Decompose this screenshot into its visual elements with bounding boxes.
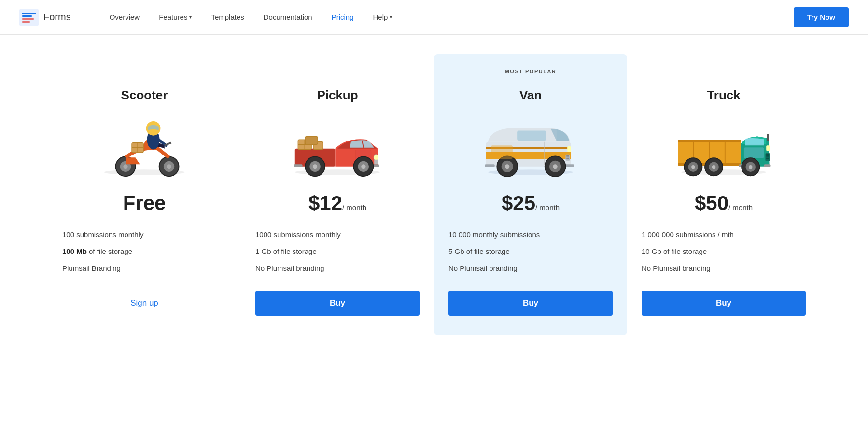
svg-rect-1	[22, 13, 36, 14]
svg-point-57	[553, 164, 557, 169]
plan-name-truck: Truck	[707, 88, 740, 103]
van-image	[477, 113, 584, 180]
plan-price-truck: $50/ month	[695, 192, 753, 215]
nav-overview[interactable]: Overview	[100, 0, 150, 35]
navbar: Forms Overview Features ▾ Templates Docu…	[0, 0, 868, 35]
nav-help[interactable]: Help ▾	[364, 0, 402, 35]
svg-point-8	[123, 164, 127, 169]
plan-price-scooter: Free	[123, 192, 166, 215]
svg-rect-49	[566, 158, 569, 159]
feature-item: 1 Gb of file storage	[255, 246, 420, 256]
scooter-svg	[94, 115, 195, 178]
svg-rect-71	[766, 156, 769, 157]
logo[interactable]: Forms	[19, 9, 71, 26]
nav-documentation[interactable]: Documentation	[254, 0, 322, 35]
most-popular-badge-van: MOST POPULAR	[505, 69, 557, 78]
svg-rect-50	[485, 164, 494, 167]
plan-scooter: MOST POPULAR Scooter	[48, 54, 241, 335]
svg-rect-37	[305, 137, 318, 145]
svg-point-78	[691, 165, 695, 169]
svg-point-32	[361, 164, 365, 169]
svg-rect-48	[566, 156, 569, 157]
plan-action-truck: Buy	[642, 291, 806, 316]
plan-name-pickup: Pickup	[317, 88, 358, 103]
plan-price-pickup: $12/ month	[308, 192, 366, 215]
truck-image	[671, 113, 777, 180]
feature-item: No Plumsail branding	[255, 263, 420, 273]
feature-item: 100 submissions monthly	[62, 229, 226, 239]
svg-rect-58	[491, 145, 513, 159]
features-chevron-icon: ▾	[189, 14, 192, 20]
van-svg	[480, 115, 581, 178]
feature-item: 100 Mb of file storage	[62, 246, 226, 256]
svg-point-84	[749, 165, 752, 169]
svg-rect-75	[767, 134, 769, 141]
pickup-image	[284, 113, 391, 180]
svg-rect-2	[22, 15, 32, 17]
svg-rect-69	[766, 154, 769, 155]
plan-action-pickup: Buy	[255, 291, 420, 316]
pricing-grid: MOST POPULAR Scooter	[48, 54, 820, 335]
navbar-cta: Try Now	[794, 7, 849, 27]
feature-item: No Plumsail branding	[642, 263, 806, 273]
svg-point-81	[712, 165, 715, 169]
feature-item: 1000 submissions monthly	[255, 229, 420, 239]
svg-rect-67	[766, 145, 770, 151]
svg-rect-72	[766, 158, 769, 159]
feature-item: 1 000 000 submissions / mth	[642, 229, 806, 239]
buy-button-van[interactable]: Buy	[448, 291, 613, 316]
plan-pickup: MOST POPULAR Pickup	[241, 54, 434, 335]
svg-point-54	[505, 164, 509, 169]
svg-rect-74	[764, 164, 771, 167]
svg-rect-47	[566, 155, 569, 156]
plan-name-scooter: Scooter	[121, 88, 168, 103]
plan-features-truck: 1 000 000 submissions / mth 10 Gb of fil…	[642, 229, 806, 273]
svg-rect-61	[678, 140, 741, 142]
buy-button-truck[interactable]: Buy	[642, 291, 806, 316]
signup-link[interactable]: Sign up	[62, 291, 226, 316]
try-now-button[interactable]: Try Now	[794, 7, 849, 27]
logo-text: Forms	[43, 12, 71, 23]
nav-features[interactable]: Features ▾	[149, 0, 201, 35]
plan-features-pickup: 1000 submissions monthly 1 Gb of file st…	[255, 229, 420, 273]
feature-item: 10 Gb of file storage	[642, 246, 806, 256]
plan-price-van: $25/ month	[502, 192, 560, 215]
svg-point-11	[167, 164, 171, 169]
scooter-image	[91, 113, 197, 180]
logo-icon	[19, 9, 39, 26]
svg-point-14	[148, 129, 158, 135]
plan-features-scooter: 100 submissions monthly 100 Mb of file s…	[62, 229, 226, 273]
main-nav: Overview Features ▾ Templates Documentat…	[100, 0, 794, 35]
svg-rect-4	[22, 21, 30, 23]
feature-item: 10 000 monthly submissions	[448, 229, 613, 239]
plan-action-van: Buy	[448, 291, 613, 316]
feature-item: 5 Gb of file storage	[448, 246, 613, 256]
nav-templates[interactable]: Templates	[201, 0, 253, 35]
buy-button-pickup[interactable]: Buy	[255, 291, 420, 316]
svg-rect-24	[374, 160, 378, 164]
svg-rect-26	[294, 164, 303, 167]
pricing-section: MOST POPULAR Scooter	[0, 35, 868, 364]
svg-rect-66	[744, 147, 764, 158]
truck-svg	[673, 115, 774, 178]
plan-truck: MOST POPULAR Truck	[627, 54, 820, 335]
svg-point-23	[374, 155, 378, 161]
svg-rect-3	[22, 18, 34, 20]
svg-point-29	[313, 164, 317, 169]
plan-features-van: 10 000 monthly submissions 5 Gb of file …	[448, 229, 613, 273]
plan-van: MOST POPULAR Van	[434, 54, 627, 335]
plan-action-scooter: Sign up	[62, 291, 226, 316]
svg-rect-70	[766, 155, 769, 156]
feature-item: No Plumsail branding	[448, 263, 613, 273]
help-chevron-icon: ▾	[390, 14, 392, 20]
plan-name-van: Van	[519, 88, 542, 103]
feature-item: Plumsail Branding	[62, 263, 226, 273]
pickup-svg	[287, 115, 388, 178]
svg-rect-45	[567, 146, 571, 152]
svg-rect-0	[19, 9, 39, 26]
nav-pricing[interactable]: Pricing	[322, 0, 364, 35]
svg-line-15	[165, 143, 171, 146]
